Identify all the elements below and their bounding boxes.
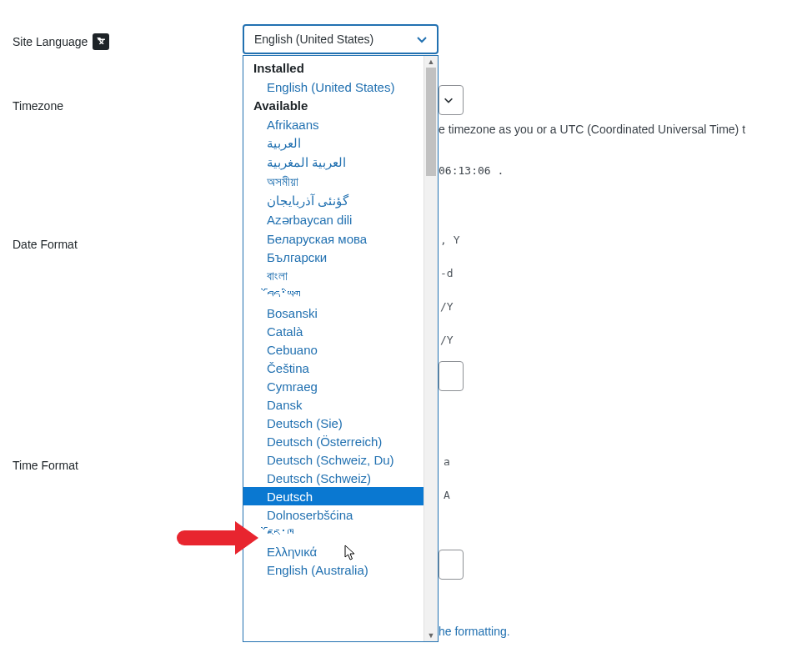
language-option[interactable]: Català	[243, 322, 424, 340]
timezone-time-value: 06:13:06 .	[439, 164, 504, 177]
language-option[interactable]: Cebuano	[243, 340, 424, 359]
language-option[interactable]: Deutsch (Schweiz, Du)	[243, 450, 424, 469]
language-option[interactable]: Dolnoserbšćina	[243, 505, 424, 524]
language-option[interactable]: Deutsch (Sie)	[243, 414, 424, 432]
date-format-option-tag: -d	[440, 267, 454, 279]
language-option[interactable]: Deutsch (Schweiz)	[243, 469, 424, 487]
language-option[interactable]: Bosanski	[243, 304, 424, 322]
language-option[interactable]: བོད་ཡིག	[243, 285, 424, 304]
time-format-custom-input[interactable]	[439, 550, 464, 580]
site-language-label: Site Language	[13, 35, 88, 48]
language-option[interactable]: English (Australia)	[243, 560, 424, 579]
language-option[interactable]: ཇོང་ཁ	[243, 524, 424, 542]
time-format-option-tag: A	[444, 489, 450, 501]
chevron-down-icon	[415, 33, 429, 46]
time-format-label: Time Format	[13, 459, 78, 472]
language-option[interactable]: Deutsch (Österreich)	[243, 432, 424, 450]
timezone-select[interactable]	[439, 85, 464, 115]
scrollbar-thumb[interactable]	[426, 68, 436, 176]
annotation-arrow	[177, 530, 237, 545]
date-format-custom-input[interactable]	[439, 361, 464, 391]
scroll-up-arrow[interactable]: ▲	[424, 56, 438, 68]
language-option[interactable]: Български	[243, 248, 424, 266]
language-option[interactable]: Afrikaans	[243, 115, 424, 133]
language-option[interactable]: العربية المغربية	[243, 153, 424, 172]
language-option[interactable]: گؤنئی آذربایجان	[243, 191, 424, 210]
site-language-listbox[interactable]: InstalledEnglish (United States)Availabl…	[243, 55, 439, 642]
date-format-option-tag: /Y	[440, 334, 454, 346]
optgroup-label: Available	[243, 96, 424, 115]
language-option[interactable]: العربية	[243, 133, 424, 153]
language-option[interactable]: অসমীয়া	[243, 172, 424, 191]
site-language-select[interactable]: English (United States)	[243, 24, 439, 54]
language-option[interactable]: Azərbaycan dili	[243, 210, 424, 229]
translate-icon	[93, 33, 109, 50]
chevron-down-icon	[443, 94, 454, 106]
language-option[interactable]: Deutsch	[243, 487, 424, 505]
site-language-select-value: English (United States)	[254, 33, 373, 46]
scrollbar[interactable]: ▲ ▼	[424, 56, 438, 641]
language-option[interactable]: Беларуская мова	[243, 229, 424, 248]
language-option[interactable]: বাংলা	[243, 266, 424, 285]
optgroup-label: Installed	[243, 58, 424, 78]
timezone-helper-text: e timezone as you or a UTC (Coordinated …	[439, 123, 745, 136]
language-option[interactable]: Dansk	[243, 395, 424, 414]
timezone-label: Timezone	[13, 99, 63, 113]
language-option[interactable]: Čeština	[243, 359, 424, 377]
time-format-option-tag: a	[444, 455, 450, 468]
language-option[interactable]: Cymraeg	[243, 377, 424, 395]
scroll-down-arrow[interactable]: ▼	[424, 630, 438, 641]
date-format-option-tag: /Y	[440, 300, 454, 313]
language-option[interactable]: Ελληνικά	[243, 542, 424, 560]
language-option[interactable]: English (United States)	[243, 78, 424, 96]
date-format-label: Date Format	[13, 238, 78, 251]
formatting-doc-link[interactable]: he formatting.	[439, 625, 510, 638]
date-format-option-tag: , Y	[440, 234, 459, 246]
